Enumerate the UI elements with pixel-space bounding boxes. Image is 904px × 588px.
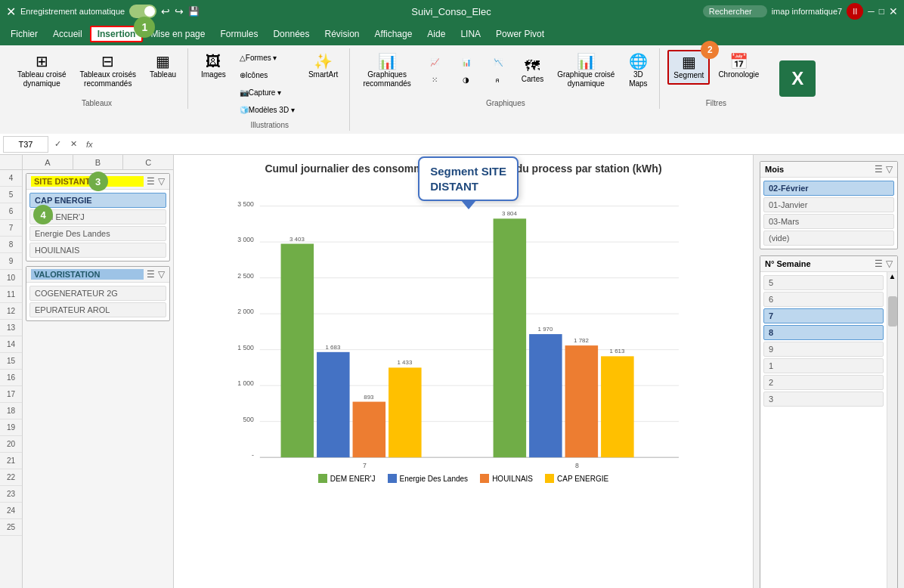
badge-4: 4 bbox=[33, 205, 53, 224]
legend-label-edl: Energie Des Landes bbox=[400, 475, 469, 483]
tableaux-croises-btn[interactable]: ⊟ Tableaux croisésrecommandés bbox=[74, 50, 141, 92]
slicer-semaine-item-5[interactable]: 5 bbox=[763, 275, 884, 290]
legend-houilnais: HOUILNAIS bbox=[480, 474, 533, 483]
undo-icon[interactable]: ↩ bbox=[161, 5, 170, 17]
menu-aide[interactable]: Aide bbox=[419, 26, 453, 42]
svg-rect-29 bbox=[565, 345, 599, 457]
capture-btn[interactable]: 📷 Capture ▾ bbox=[234, 85, 300, 101]
formula-checkmark[interactable]: ✓ bbox=[51, 139, 64, 149]
slicer-semaine-item-9[interactable]: 9 bbox=[763, 342, 884, 357]
slicer-mois-item-1[interactable]: 01-Janvier bbox=[763, 197, 894, 212]
menu-donnees[interactable]: Données bbox=[265, 26, 317, 42]
slicer-semaine-item-2[interactable]: 2 bbox=[763, 375, 884, 390]
slicer-valorisation-item-0[interactable]: COGENERATEUR 2G bbox=[29, 286, 166, 301]
slicer-semaine-multiselect[interactable]: ☰ bbox=[875, 258, 883, 269]
cartes-btn[interactable]: 🗺 Cartes bbox=[516, 54, 549, 88]
slicer-semaine-item-3[interactable]: 3 bbox=[763, 391, 884, 407]
scatter-btn[interactable]: ⁙ bbox=[419, 72, 450, 88]
chart-legend: DEM ENER'J Energie Des Landes HOUILNAIS … bbox=[181, 474, 745, 483]
line-chart-icon: 📈 bbox=[430, 58, 439, 67]
graphiques-recommandes-icon: 📊 bbox=[378, 54, 397, 69]
save-icon[interactable]: 💾 bbox=[188, 6, 200, 17]
slicer-valorisation-item-1[interactable]: EPURATEUR AROL bbox=[29, 302, 166, 317]
menu-lina[interactable]: LINA bbox=[453, 26, 488, 42]
slicer-semaine-filter[interactable]: ▽ bbox=[886, 258, 893, 269]
svg-text:893: 893 bbox=[364, 394, 374, 401]
menu-insertion[interactable]: Insertion 1 bbox=[90, 26, 144, 42]
menu-accueil[interactable]: Accueil bbox=[45, 26, 90, 42]
tableau-btn[interactable]: ▦ Tableau bbox=[144, 50, 181, 83]
svg-rect-25 bbox=[494, 218, 527, 457]
formula-fx[interactable]: fx bbox=[83, 140, 96, 149]
graphique-croise-btn[interactable]: 📊 Graphique croisédynamique bbox=[552, 50, 620, 92]
scroll-up-btn[interactable]: ▲ bbox=[888, 272, 897, 281]
slicer-mois-item-3[interactable]: (vide) bbox=[763, 231, 894, 246]
modeles3d-icon: 🧊 bbox=[240, 106, 249, 114]
svg-text:3 804: 3 804 bbox=[502, 210, 517, 217]
menu-affichage[interactable]: Affichage bbox=[367, 26, 420, 42]
scroll-thumb[interactable] bbox=[888, 296, 897, 326]
pie-btn[interactable]: ◑ bbox=[451, 72, 481, 88]
formes-btn[interactable]: △ Formes ▾ bbox=[234, 50, 300, 66]
svg-rect-27 bbox=[529, 334, 562, 457]
formula-cancel[interactable]: ✕ bbox=[67, 139, 80, 149]
col-b: B bbox=[73, 155, 124, 169]
slicer-semaine-item-8[interactable]: 8 bbox=[763, 325, 884, 340]
cell-reference[interactable] bbox=[3, 136, 48, 153]
slicer-site-item-2[interactable]: Energie Des Landes bbox=[29, 226, 166, 241]
slicer-mois-filter[interactable]: ▽ bbox=[886, 164, 893, 175]
smartart-btn[interactable]: ✨ SmartArt bbox=[303, 50, 343, 83]
svg-text:1 500: 1 500 bbox=[237, 344, 254, 351]
tableau-croise-btn[interactable]: ⊞ Tableau croisédynamique bbox=[12, 50, 71, 92]
legend-color-dem bbox=[318, 474, 327, 483]
icones-btn[interactable]: ⊕ Icônes bbox=[234, 67, 300, 83]
slicer-site-filter[interactable]: ▽ bbox=[158, 176, 165, 187]
minimize-btn[interactable]: ─ bbox=[868, 6, 875, 17]
left-section: A B C 4 5 6 7 8 9 10 11 12 13 14 15 16 1… bbox=[0, 155, 174, 588]
slicer-mois-item-0[interactable]: 02-Février bbox=[763, 181, 894, 196]
menu-formules[interactable]: Formules bbox=[212, 26, 265, 42]
svg-text:2 000: 2 000 bbox=[237, 308, 254, 315]
legend-color-edl bbox=[388, 474, 397, 483]
slicer-site-item-3[interactable]: HOUILNAIS bbox=[29, 243, 166, 258]
waterfall-btn[interactable]: ⩀ bbox=[483, 72, 513, 88]
3dmaps-btn[interactable]: 🌐 3DMaps bbox=[623, 50, 653, 92]
ribbon-group-graphiques: 📊 Graphiquesrecommandés 📈 📊 📉 ⁙ ◑ ⩀ 🗺 Ca… bbox=[351, 48, 660, 109]
menu-bar: Fichier Accueil Insertion 1 Mise en page… bbox=[0, 23, 904, 45]
slicer-site-multiselect[interactable]: ☰ bbox=[147, 176, 155, 187]
modeles3d-btn[interactable]: 🧊 Modèles 3D ▾ bbox=[234, 102, 300, 118]
area-chart-btn[interactable]: 📉 bbox=[483, 54, 513, 70]
search-box[interactable]: Rechercher bbox=[703, 5, 767, 17]
slicer-semaine-item-7[interactable]: 7 bbox=[763, 308, 884, 323]
slicer-mois-item-2[interactable]: 03-Mars bbox=[763, 214, 894, 229]
svg-rect-22 bbox=[389, 367, 422, 457]
chronologie-btn[interactable]: 📅 Chronologie bbox=[713, 50, 764, 83]
3dmaps-icon: 🌐 bbox=[629, 54, 648, 69]
graphiques-recommandes-btn[interactable]: 📊 Graphiquesrecommandés bbox=[358, 50, 416, 92]
maximize-btn[interactable]: □ bbox=[879, 6, 884, 17]
tooltip-text: Segment SITEDISTANT bbox=[430, 164, 506, 193]
redo-icon[interactable]: ↪ bbox=[175, 5, 184, 17]
line-chart-btn[interactable]: 📈 bbox=[419, 54, 450, 70]
bar-chart-btn[interactable]: 📊 bbox=[451, 54, 481, 70]
slicer-site-item-0[interactable]: CAP ENERGIE bbox=[29, 193, 166, 208]
ribbon-group-tableaux: ⊞ Tableau croisédynamique ⊟ Tableaux cro… bbox=[6, 48, 188, 109]
images-btn[interactable]: 🖼 Images bbox=[196, 50, 231, 83]
menu-revision[interactable]: Révision bbox=[317, 26, 367, 42]
menu-fichier[interactable]: Fichier bbox=[3, 26, 45, 42]
slicer-semaine-item-6[interactable]: 6 bbox=[763, 292, 884, 307]
slicer-valorisation-multiselect[interactable]: ☰ bbox=[147, 269, 155, 280]
menu-power-pivot[interactable]: Power Pivot bbox=[488, 26, 552, 42]
slicer-mois-header: Mois ☰ ▽ bbox=[760, 162, 897, 178]
close-btn[interactable]: ✕ bbox=[889, 5, 898, 17]
slicer-semaine-scrollbar[interactable]: ▲ ▼ bbox=[887, 272, 897, 588]
segment-btn[interactable]: ▦ Segment 2 bbox=[667, 50, 710, 85]
slicer-mois-multiselect[interactable]: ☰ bbox=[875, 164, 883, 175]
slicer-valorisation-filter[interactable]: ▽ bbox=[158, 269, 165, 280]
ribbon: ⊞ Tableau croisédynamique ⊟ Tableaux cro… bbox=[0, 45, 904, 134]
user-avatar: II bbox=[847, 3, 863, 20]
tableaux-croises-icon: ⊟ bbox=[101, 54, 114, 69]
svg-text:7: 7 bbox=[363, 462, 367, 469]
slicer-semaine-item-1[interactable]: 1 bbox=[763, 358, 884, 373]
formula-input[interactable] bbox=[99, 136, 901, 153]
